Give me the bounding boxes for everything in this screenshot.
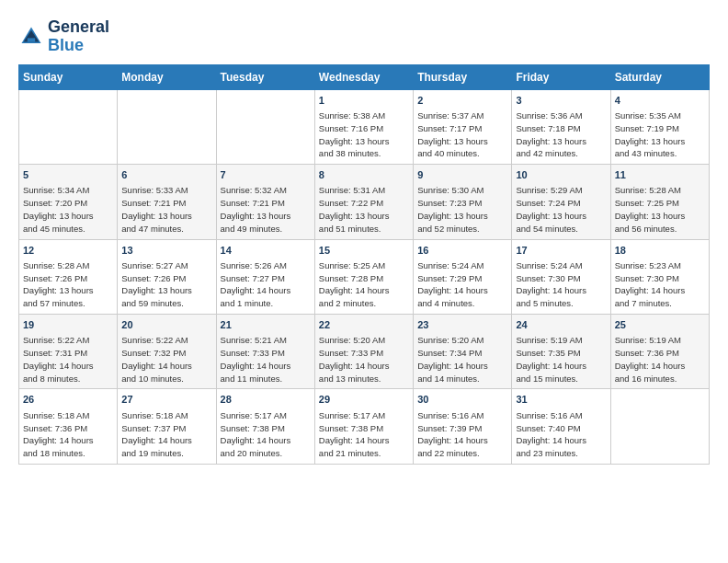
calendar-cell: 9Sunrise: 5:30 AM Sunset: 7:23 PM Daylig…: [414, 165, 512, 239]
day-info: Sunrise: 5:22 AM Sunset: 7:31 PM Dayligh…: [23, 334, 113, 385]
day-info: Sunrise: 5:37 AM Sunset: 7:17 PM Dayligh…: [417, 109, 507, 160]
day-number: 5: [23, 168, 113, 182]
calendar-cell: 21Sunrise: 5:21 AM Sunset: 7:33 PM Dayli…: [216, 314, 314, 388]
day-number: 22: [319, 318, 409, 332]
day-info: Sunrise: 5:30 AM Sunset: 7:23 PM Dayligh…: [417, 184, 507, 235]
calendar-cell: 15Sunrise: 5:25 AM Sunset: 7:28 PM Dayli…: [314, 239, 413, 314]
day-info: Sunrise: 5:32 AM Sunset: 7:21 PM Dayligh…: [221, 184, 311, 235]
day-number: 3: [516, 94, 606, 108]
calendar-cell: 25Sunrise: 5:19 AM Sunset: 7:36 PM Dayli…: [610, 314, 709, 388]
day-number: 12: [23, 244, 113, 258]
calendar-cell: 30Sunrise: 5:16 AM Sunset: 7:39 PM Dayli…: [414, 389, 512, 464]
calendar-cell: 10Sunrise: 5:29 AM Sunset: 7:24 PM Dayli…: [512, 165, 610, 239]
calendar-week-row: 5Sunrise: 5:34 AM Sunset: 7:20 PM Daylig…: [19, 165, 710, 239]
day-info: Sunrise: 5:35 AM Sunset: 7:19 PM Dayligh…: [615, 109, 705, 160]
day-info: Sunrise: 5:21 AM Sunset: 7:33 PM Dayligh…: [221, 334, 311, 385]
day-info: Sunrise: 5:29 AM Sunset: 7:24 PM Dayligh…: [516, 184, 606, 235]
calendar-cell: 8Sunrise: 5:31 AM Sunset: 7:22 PM Daylig…: [314, 165, 413, 239]
day-number: 26: [23, 393, 113, 407]
calendar-cell: 31Sunrise: 5:16 AM Sunset: 7:40 PM Dayli…: [512, 389, 610, 464]
day-number: 24: [516, 318, 606, 332]
weekday-header-friday: Friday: [512, 64, 610, 89]
calendar-cell: 16Sunrise: 5:24 AM Sunset: 7:29 PM Dayli…: [414, 239, 512, 314]
calendar-cell: 24Sunrise: 5:19 AM Sunset: 7:35 PM Dayli…: [512, 314, 610, 388]
calendar-cell: 29Sunrise: 5:17 AM Sunset: 7:38 PM Dayli…: [314, 389, 413, 464]
svg-rect-2: [28, 38, 35, 41]
weekday-header-tuesday: Tuesday: [216, 64, 314, 89]
day-number: 30: [417, 393, 507, 407]
calendar-table: SundayMondayTuesdayWednesdayThursdayFrid…: [18, 64, 710, 465]
calendar-cell: 6Sunrise: 5:33 AM Sunset: 7:21 PM Daylig…: [118, 165, 216, 239]
day-number: 20: [121, 318, 211, 332]
day-number: 9: [417, 168, 507, 182]
day-info: Sunrise: 5:17 AM Sunset: 7:38 PM Dayligh…: [221, 409, 311, 460]
day-number: 25: [615, 318, 705, 332]
day-info: Sunrise: 5:31 AM Sunset: 7:22 PM Dayligh…: [319, 184, 409, 235]
day-info: Sunrise: 5:36 AM Sunset: 7:18 PM Dayligh…: [516, 109, 606, 160]
day-number: 11: [615, 168, 705, 182]
calendar-cell: 27Sunrise: 5:18 AM Sunset: 7:37 PM Dayli…: [118, 389, 216, 464]
day-info: Sunrise: 5:24 AM Sunset: 7:30 PM Dayligh…: [516, 259, 606, 310]
calendar-cell: 2Sunrise: 5:37 AM Sunset: 7:17 PM Daylig…: [414, 89, 512, 164]
logo-icon: [18, 24, 44, 50]
day-info: Sunrise: 5:26 AM Sunset: 7:27 PM Dayligh…: [221, 259, 311, 310]
calendar-cell: 3Sunrise: 5:36 AM Sunset: 7:18 PM Daylig…: [512, 89, 610, 164]
day-info: Sunrise: 5:16 AM Sunset: 7:39 PM Dayligh…: [417, 409, 507, 460]
calendar-cell: 26Sunrise: 5:18 AM Sunset: 7:36 PM Dayli…: [19, 389, 118, 464]
page-container: General Blue SundayMondayTuesdayWednesda…: [18, 18, 710, 465]
page-header: General Blue: [18, 18, 710, 55]
calendar-cell: 20Sunrise: 5:22 AM Sunset: 7:32 PM Dayli…: [118, 314, 216, 388]
day-info: Sunrise: 5:25 AM Sunset: 7:28 PM Dayligh…: [319, 259, 409, 310]
logo-text: General Blue: [48, 18, 109, 55]
day-number: 14: [221, 244, 311, 258]
day-number: 2: [417, 94, 507, 108]
calendar-cell: 4Sunrise: 5:35 AM Sunset: 7:19 PM Daylig…: [610, 89, 709, 164]
calendar-cell: [118, 89, 216, 164]
calendar-week-row: 19Sunrise: 5:22 AM Sunset: 7:31 PM Dayli…: [19, 314, 710, 388]
day-number: 8: [319, 168, 409, 182]
weekday-header-row: SundayMondayTuesdayWednesdayThursdayFrid…: [19, 64, 710, 89]
day-info: Sunrise: 5:28 AM Sunset: 7:26 PM Dayligh…: [23, 259, 113, 310]
day-number: 21: [221, 318, 311, 332]
calendar-cell: 5Sunrise: 5:34 AM Sunset: 7:20 PM Daylig…: [19, 165, 118, 239]
day-info: Sunrise: 5:20 AM Sunset: 7:33 PM Dayligh…: [319, 334, 409, 385]
calendar-cell: 22Sunrise: 5:20 AM Sunset: 7:33 PM Dayli…: [314, 314, 413, 388]
day-info: Sunrise: 5:38 AM Sunset: 7:16 PM Dayligh…: [319, 109, 409, 160]
day-number: 28: [221, 393, 311, 407]
day-info: Sunrise: 5:33 AM Sunset: 7:21 PM Dayligh…: [121, 184, 211, 235]
day-info: Sunrise: 5:17 AM Sunset: 7:38 PM Dayligh…: [319, 409, 409, 460]
day-info: Sunrise: 5:27 AM Sunset: 7:26 PM Dayligh…: [121, 259, 211, 310]
weekday-header-thursday: Thursday: [414, 64, 512, 89]
day-number: 29: [319, 393, 409, 407]
weekday-header-wednesday: Wednesday: [314, 64, 413, 89]
day-info: Sunrise: 5:22 AM Sunset: 7:32 PM Dayligh…: [121, 334, 211, 385]
calendar-cell: 18Sunrise: 5:23 AM Sunset: 7:30 PM Dayli…: [610, 239, 709, 314]
calendar-cell: 19Sunrise: 5:22 AM Sunset: 7:31 PM Dayli…: [19, 314, 118, 388]
calendar-cell: [19, 89, 118, 164]
day-number: 7: [221, 168, 311, 182]
calendar-cell: 13Sunrise: 5:27 AM Sunset: 7:26 PM Dayli…: [118, 239, 216, 314]
calendar-cell: 28Sunrise: 5:17 AM Sunset: 7:38 PM Dayli…: [216, 389, 314, 464]
weekday-header-sunday: Sunday: [19, 64, 118, 89]
day-info: Sunrise: 5:20 AM Sunset: 7:34 PM Dayligh…: [417, 334, 507, 385]
day-number: 17: [516, 244, 606, 258]
day-info: Sunrise: 5:18 AM Sunset: 7:37 PM Dayligh…: [121, 409, 211, 460]
day-info: Sunrise: 5:34 AM Sunset: 7:20 PM Dayligh…: [23, 184, 113, 235]
calendar-cell: 12Sunrise: 5:28 AM Sunset: 7:26 PM Dayli…: [19, 239, 118, 314]
day-number: 13: [121, 244, 211, 258]
day-info: Sunrise: 5:19 AM Sunset: 7:35 PM Dayligh…: [516, 334, 606, 385]
day-info: Sunrise: 5:19 AM Sunset: 7:36 PM Dayligh…: [615, 334, 705, 385]
day-number: 15: [319, 244, 409, 258]
day-info: Sunrise: 5:28 AM Sunset: 7:25 PM Dayligh…: [615, 184, 705, 235]
day-number: 16: [417, 244, 507, 258]
day-info: Sunrise: 5:16 AM Sunset: 7:40 PM Dayligh…: [516, 409, 606, 460]
day-number: 19: [23, 318, 113, 332]
day-number: 1: [319, 94, 409, 108]
day-number: 4: [615, 94, 705, 108]
day-number: 23: [417, 318, 507, 332]
calendar-cell: [216, 89, 314, 164]
calendar-cell: 11Sunrise: 5:28 AM Sunset: 7:25 PM Dayli…: [610, 165, 709, 239]
calendar-week-row: 26Sunrise: 5:18 AM Sunset: 7:36 PM Dayli…: [19, 389, 710, 464]
weekday-header-monday: Monday: [118, 64, 216, 89]
calendar-cell: 23Sunrise: 5:20 AM Sunset: 7:34 PM Dayli…: [414, 314, 512, 388]
